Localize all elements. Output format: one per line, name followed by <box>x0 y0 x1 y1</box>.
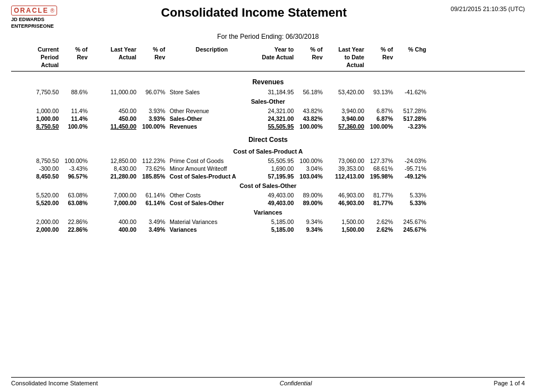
cell-value: 112,413.00 <box>325 173 366 180</box>
cell-value: 1,000.00 <box>11 115 61 122</box>
cell-value: -300.00 <box>11 165 61 172</box>
cell-value: 400.00 <box>90 226 139 233</box>
cell-value: 100.00% <box>296 123 325 130</box>
cell-value: 8,450.50 <box>11 173 61 180</box>
report-footer: Consolidated Income Statement Confidenti… <box>11 377 525 386</box>
cell-value: 517.28% <box>395 108 428 114</box>
table-row: 5,520.0063.08%7,000.0061.14%Cost of Sale… <box>11 199 525 207</box>
cell-value: 55,505.95 <box>256 123 296 130</box>
cell-value: 1,500.00 <box>325 226 366 233</box>
cell-value: 12,850.00 <box>90 157 139 164</box>
cell-value: 5,185.00 <box>256 226 296 233</box>
cell-value: 195.98% <box>366 173 395 180</box>
table-row: 1,000.0011.4%450.003.93%Sales-Other24,32… <box>11 115 525 123</box>
cell-value: 3.93% <box>139 115 167 122</box>
cell-value: 100.00% <box>61 157 90 164</box>
cell-value: 39,353.00 <box>325 165 366 172</box>
cell-value: 56.18% <box>296 89 325 95</box>
subsection-title: Sales-Other <box>11 96 525 107</box>
cell-value: 5,185.00 <box>256 218 296 225</box>
cell-value: 93.13% <box>366 89 395 95</box>
cell-value: 43.82% <box>296 108 325 114</box>
cell-value: 46,903.00 <box>325 200 366 206</box>
cell-value: 100.00% <box>139 123 167 130</box>
cell-value: 5.33% <box>395 200 428 206</box>
period-line: For the Period Ending: 06/30/2018 <box>11 33 525 40</box>
cell-value: 43.82% <box>296 115 325 122</box>
table-row: 2,000.0022.86%400.003.49%Variances5,185.… <box>11 226 525 233</box>
cell-value: -49.12% <box>395 173 428 180</box>
cell-value: -24.03% <box>395 157 428 164</box>
cell-value: 185.85% <box>139 173 167 180</box>
col-header-last-year-ytd: Last Year to Date Actual <box>325 46 366 69</box>
cell-value: 57,195.95 <box>256 173 296 180</box>
table-row: 8,750.50100.00%12,850.00112.23%Prime Cos… <box>11 157 525 165</box>
cell-value: 400.00 <box>90 218 139 225</box>
cell-value: 100.0% <box>61 123 90 130</box>
cell-value: 2,000.00 <box>11 218 61 225</box>
cell-description: Material Variances <box>167 218 256 225</box>
cell-value: 1,500.00 <box>325 218 366 225</box>
cell-value: 245.67% <box>395 218 428 225</box>
table-row: 8,750.50100.0%11,450.00100.00%Revenues55… <box>11 123 525 130</box>
cell-value: 3.93% <box>139 108 167 114</box>
cell-value: 3,940.00 <box>325 115 366 122</box>
cell-description: Prime Cost of Goods <box>167 157 256 164</box>
cell-description: Revenues <box>167 123 256 130</box>
cell-value: 450.00 <box>90 115 139 122</box>
cell-value: 55,505.95 <box>256 157 296 164</box>
jde-text: JD EDWARDS ENTERPRISEONE <box>11 17 54 29</box>
report-datetime: 09/21/2015 21:10:35 (UTC) <box>451 6 525 12</box>
col-header-last-year: Last Year Actual <box>90 46 139 69</box>
cell-value: 6.87% <box>366 115 395 122</box>
subsection-title: Variances <box>11 207 525 218</box>
cell-value: 63.08% <box>61 192 90 198</box>
cell-value: 96.57% <box>61 173 90 180</box>
cell-value: 31,184.95 <box>256 89 296 95</box>
cell-value: 73,060.00 <box>325 157 366 164</box>
report-title: Consolidated Income Statement <box>57 6 451 20</box>
cell-value: 68.61% <box>366 165 395 172</box>
cell-value: 49,403.00 <box>256 192 296 198</box>
cell-value: 100.00% <box>296 157 325 164</box>
footer-center: Confidential <box>280 380 312 386</box>
table-row: -300.00-3.43%8,430.0073.62%Minor Amount … <box>11 165 525 172</box>
cell-value: 24,321.00 <box>256 115 296 122</box>
cell-value: 6.87% <box>366 108 395 114</box>
cell-value: 3,940.00 <box>325 108 366 114</box>
cell-value: 81.77% <box>366 200 395 206</box>
cell-value: 9.34% <box>296 226 325 233</box>
table-row: 5,520.0063.08%7,000.0061.14%Other Costs4… <box>11 191 525 199</box>
cell-description: Cost of Sales-Product A <box>167 173 256 180</box>
cell-value: 9.34% <box>296 218 325 225</box>
table-row: 2,000.0022.86%400.003.49%Material Varian… <box>11 218 525 226</box>
table-row: 7,750.5088.6%11,000.0096.07%Store Sales3… <box>11 88 525 96</box>
cell-value: 5.33% <box>395 192 428 198</box>
cell-value: 11,450.00 <box>90 123 139 130</box>
footer-left: Consolidated Income Statement <box>11 380 98 386</box>
cell-value: 7,750.50 <box>11 89 61 95</box>
cell-description: Other Revenue <box>167 108 256 114</box>
cell-value: 7,000.00 <box>90 200 139 206</box>
table-row: 1,000.0011.4%450.003.93%Other Revenue24,… <box>11 107 525 115</box>
cell-value: 73.62% <box>139 165 167 172</box>
cell-value: 245.67% <box>395 226 428 233</box>
section-title: Revenues <box>11 73 525 88</box>
cell-value: 46,903.00 <box>325 192 366 198</box>
cell-value: -41.62% <box>395 89 428 95</box>
subsection-title: Cost of Sales-Product A <box>11 146 525 157</box>
cell-value: 3.04% <box>296 165 325 172</box>
cell-description: Minor Amount Writeoff <box>167 165 256 172</box>
col-header-pct-rev-2: % of Rev <box>139 46 167 69</box>
cell-value: 11,000.00 <box>90 89 139 95</box>
oracle-text: ORACLE <box>14 7 49 14</box>
cell-value: 88.6% <box>61 89 90 95</box>
section-title: Direct Costs <box>11 130 525 146</box>
cell-value: 3.49% <box>139 226 167 233</box>
cell-value: 61.14% <box>139 200 167 206</box>
cell-value: 5,520.00 <box>11 200 61 206</box>
col-header-pct-rev-3: % of Rev <box>296 46 325 69</box>
cell-value: 22.86% <box>61 226 90 233</box>
cell-value: 1,690.00 <box>256 165 296 172</box>
cell-value: -3.43% <box>61 165 90 172</box>
